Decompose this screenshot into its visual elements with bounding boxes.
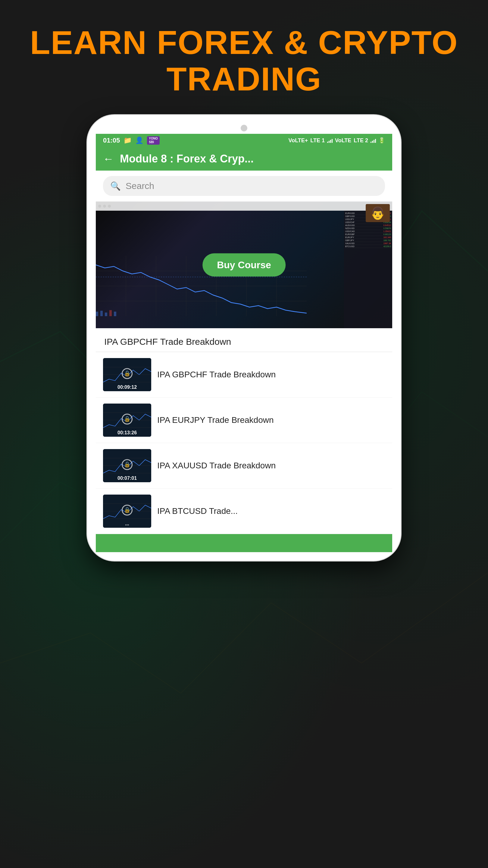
module-title: Module 8 : Forex & Cryp... <box>120 153 385 165</box>
network1-sub: LTE 1 <box>310 137 325 144</box>
duration-badge: 00:09:12 <box>118 384 137 390</box>
lesson-item[interactable]: 🔒 ... IPA BTCUSD Trade... <box>96 489 392 534</box>
price-data-row: BTC/USD42156.0 <box>345 245 391 248</box>
price-data-row: NZD/USD0.59876 <box>345 227 391 230</box>
signal-bars-1 <box>327 138 332 143</box>
lesson-thumbnail: 🔒 00:09:12 <box>103 358 151 391</box>
lesson-item[interactable]: 🔒 00:07:01 IPA XAUUSD Trade Breakdown <box>96 443 392 489</box>
headline-text: LEARN FOREX & CRYPTO <box>30 24 458 61</box>
status-icon-person: 👤 <box>135 136 143 144</box>
phone-mockup: 01:05 📁 👤 YONO SBI VoLTE+ LTE 1 <box>87 115 401 561</box>
lesson-title: IPA XAUUSD Trade Breakdown <box>157 460 275 471</box>
lesson-thumbnail: 🔒 00:13:26 <box>103 404 151 437</box>
price-data-row: EUR/GBP0.86123 <box>345 233 391 236</box>
price-data-table: EUR/USD1.08932GBP/USD1.26543USD/JPY149.2… <box>344 211 392 328</box>
bottom-nav-bar <box>96 534 392 552</box>
price-data-row: USD/CAD1.35421 <box>345 230 391 233</box>
duration-badge: 00:07:01 <box>118 475 137 481</box>
presenter-avatar: 👨 <box>366 204 390 222</box>
status-bar: 01:05 📁 👤 YONO SBI VoLTE+ LTE 1 <box>96 134 392 147</box>
video-thumbnail: EUR/USD1.08932GBP/USD1.26543USD/JPY149.2… <box>96 202 392 328</box>
lesson-thumbnail: 🔒 ... <box>103 495 151 528</box>
price-data-row: AUD/USD0.64512 <box>345 224 391 227</box>
price-data-row: EUR/JPY162.345 <box>345 236 391 239</box>
back-button[interactable]: ← <box>103 153 114 165</box>
search-icon: 🔍 <box>110 181 121 191</box>
search-placeholder: Search <box>126 181 154 191</box>
svg-rect-11 <box>105 313 107 316</box>
svg-rect-10 <box>100 311 103 316</box>
battery-icon: 🔋 <box>378 137 385 144</box>
yono-badge: YONO SBI <box>147 136 159 145</box>
network1-label: VoLTE+ <box>288 137 308 144</box>
network2-sub: LTE 2 <box>354 137 368 144</box>
price-data-row: XAU/USD1987.34 <box>345 242 391 245</box>
lock-icon: 🔒 <box>122 459 133 470</box>
svg-rect-13 <box>114 312 116 316</box>
search-bar: 🔍 Search <box>96 170 392 202</box>
section-header: IPA GBPCHF Trade Breakdown <box>96 328 392 352</box>
search-input-wrap[interactable]: 🔍 Search <box>103 176 385 196</box>
network2-label: VoLTE <box>335 137 351 144</box>
lock-icon-wrap: 🔒 <box>122 368 133 379</box>
svg-rect-12 <box>109 310 112 316</box>
lesson-title: IPA EURJPY Trade Breakdown <box>157 414 274 426</box>
headline-text-2: TRADING <box>30 61 458 97</box>
lesson-title: IPA BTCUSD Trade... <box>157 505 238 517</box>
signal-bars-2 <box>370 138 376 143</box>
lesson-item[interactable]: 🔒 00:09:12 IPA GBPCHF Trade Breakdown <box>96 352 392 398</box>
lesson-title: IPA GBPCHF Trade Breakdown <box>157 369 275 380</box>
duration-badge: ... <box>125 521 129 527</box>
phone-notch <box>96 124 392 133</box>
lessons-list: 🔒 00:09:12 IPA GBPCHF Trade Breakdown <box>96 352 392 534</box>
lock-icon-wrap: 🔒 <box>122 504 133 516</box>
lock-icon: 🔒 <box>122 413 133 424</box>
status-time: 01:05 <box>103 136 120 144</box>
video-browser-bar <box>96 202 392 211</box>
lock-icon-wrap: 🔒 <box>122 413 133 424</box>
lesson-item[interactable]: 🔒 00:13:26 IPA EURJPY Trade Breakdown <box>96 398 392 443</box>
lock-icon: 🔒 <box>122 504 133 516</box>
phone-camera <box>241 125 247 131</box>
lock-icon-wrap: 🔒 <box>122 459 133 470</box>
top-bar: ← Module 8 : Forex & Cryp... <box>96 147 392 170</box>
buy-course-button[interactable]: Buy Course <box>202 253 286 277</box>
price-data-row: GBP/JPY188.762 <box>345 239 391 242</box>
browser-dot-2 <box>103 205 106 208</box>
headline-section: LEARN FOREX & CRYPTO TRADING <box>30 24 458 97</box>
browser-dot-3 <box>108 205 111 208</box>
status-icon-folder: 📁 <box>124 136 132 144</box>
svg-rect-9 <box>96 312 98 316</box>
video-area[interactable]: EUR/USD1.08932GBP/USD1.26543USD/JPY149.2… <box>96 202 392 328</box>
browser-dot-1 <box>98 205 101 208</box>
duration-badge: 00:13:26 <box>118 430 137 435</box>
lesson-thumbnail: 🔒 00:07:01 <box>103 449 151 482</box>
lock-icon: 🔒 <box>122 368 133 379</box>
